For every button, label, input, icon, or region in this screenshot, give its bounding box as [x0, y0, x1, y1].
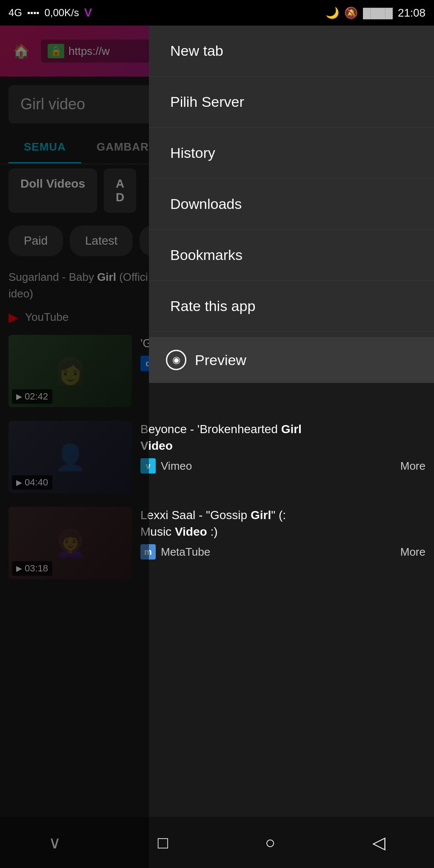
nav-back-button[interactable]: ◁: [372, 833, 385, 852]
status-bar: 4G ▪▪▪▪ 0,00K/s V 🌙 🔕 ▓▓▓▓ 21:08: [0, 0, 434, 26]
menu-item-bookmarks[interactable]: Bookmarks: [149, 230, 434, 281]
video-info-3: Lexxi Saal - "Gossip Girl" (:Music Video…: [140, 507, 425, 560]
vimeo-source: Vimeo: [161, 460, 192, 473]
menu-item-pilih-server[interactable]: Pilih Server: [149, 77, 434, 128]
bell-icon: 🔕: [344, 6, 358, 20]
preview-label: Preview: [195, 352, 246, 368]
data-speed: 0,00K/s: [44, 7, 79, 19]
video-source-row-2: v Vimeo More: [140, 458, 425, 474]
dropdown-menu: New tab Pilih Server History Downloads B…: [149, 26, 434, 383]
status-left: 4G ▪▪▪▪ 0,00K/s V: [9, 6, 92, 20]
preview-button[interactable]: ◉ Preview: [149, 337, 434, 383]
menu-item-downloads[interactable]: Downloads: [149, 179, 434, 230]
vpn-icon: V: [84, 6, 92, 20]
video-info-2: Beyonce - 'Brokenhearted GirlVideo v Vim…: [140, 421, 425, 474]
signal-bars: ▪▪▪▪: [27, 8, 39, 18]
video-source-row-3: m MetaTube More: [140, 544, 425, 560]
nav-home-button[interactable]: ○: [265, 833, 275, 852]
battery-icon: ▓▓▓▓: [363, 7, 393, 19]
menu-item-new-tab[interactable]: New tab: [149, 26, 434, 77]
preview-icon: ◉: [166, 350, 186, 370]
status-right: 🌙 🔕 ▓▓▓▓ 21:08: [326, 6, 425, 20]
metatube-source: MetaTube: [161, 545, 210, 559]
video-title-2: Beyonce - 'Brokenhearted GirlVideo: [140, 421, 425, 454]
nav-square-button[interactable]: □: [158, 833, 168, 852]
time-display: 21:08: [398, 6, 425, 20]
video-2-more[interactable]: More: [400, 460, 425, 473]
video-3-more[interactable]: More: [400, 545, 425, 559]
moon-icon: 🌙: [326, 6, 339, 20]
menu-item-rate-app[interactable]: Rate this app: [149, 281, 434, 332]
left-overlay: [0, 26, 149, 868]
video-title-3: Lexxi Saal - "Gossip Girl" (:Music Video…: [140, 507, 425, 540]
menu-item-history[interactable]: History: [149, 128, 434, 179]
network-indicator: 4G: [9, 7, 22, 19]
